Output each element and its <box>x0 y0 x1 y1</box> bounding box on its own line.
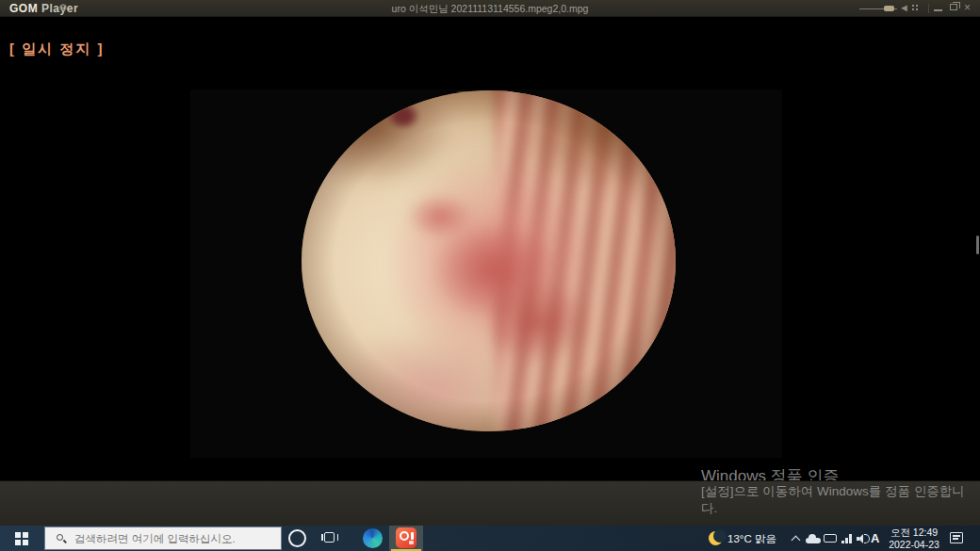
tray-overflow-chevron-icon[interactable] <box>792 536 801 545</box>
taskbar-gom-player-active[interactable] <box>389 526 423 551</box>
onedrive-cloud-icon[interactable] <box>806 538 821 543</box>
ime-language-indicator[interactable]: A <box>871 531 879 545</box>
clock-time: 오전 12:49 <box>888 527 940 539</box>
close-button[interactable]: × <box>964 1 971 14</box>
weather-moon-icon[interactable] <box>709 531 723 545</box>
taskbar-clock[interactable]: 오전 12:49 2022-04-23 <box>888 527 940 550</box>
window-title: uro 이석민님 20211113114556.mpeg2,0.mpg <box>0 3 980 16</box>
weather-text[interactable]: 13°C 맑음 <box>727 532 776 546</box>
edge-browser-icon[interactable] <box>363 528 383 548</box>
endoscopy-image <box>302 90 676 431</box>
windows-logo-icon <box>15 532 28 545</box>
control-panel-icon[interactable] <box>912 5 921 12</box>
search-input[interactable] <box>73 532 261 545</box>
titlebar[interactable]: GOM Player ⚙ uro 이석민님 20211113114556.mpe… <box>0 0 980 17</box>
search-icon <box>57 534 65 543</box>
window-resize-handle[interactable] <box>976 235 979 254</box>
clock-date: 2022-04-23 <box>888 539 940 551</box>
taskbar: 13°C 맑음 A 오전 12:49 2022-04-23 <box>0 526 980 551</box>
device-tray-icon[interactable] <box>824 534 837 543</box>
mute-icon[interactable]: ◄ <box>899 2 909 14</box>
maximize-button[interactable] <box>950 4 957 10</box>
gom-player-icon <box>396 527 416 548</box>
minimize-button[interactable] <box>934 9 942 11</box>
start-button[interactable] <box>0 526 43 551</box>
screen: GOM Player ⚙ uro 이석민님 20211113114556.mpe… <box>0 0 980 551</box>
task-view-icon[interactable] <box>321 531 338 544</box>
windows-activation-watermark-line2: [설정]으로 이동하여 Windows를 정품 인증합니다. <box>701 483 980 517</box>
cortana-icon[interactable] <box>288 529 306 547</box>
video-area[interactable]: [ 일시 정지 ] <box>0 17 980 480</box>
taskbar-search[interactable] <box>44 527 282 550</box>
action-center-icon[interactable] <box>950 532 963 543</box>
network-icon[interactable] <box>841 534 853 543</box>
titlebar-separator <box>928 4 929 13</box>
pause-status-overlay: [ 일시 정지 ] <box>9 41 105 58</box>
volume-slider-handle[interactable] <box>884 6 894 11</box>
